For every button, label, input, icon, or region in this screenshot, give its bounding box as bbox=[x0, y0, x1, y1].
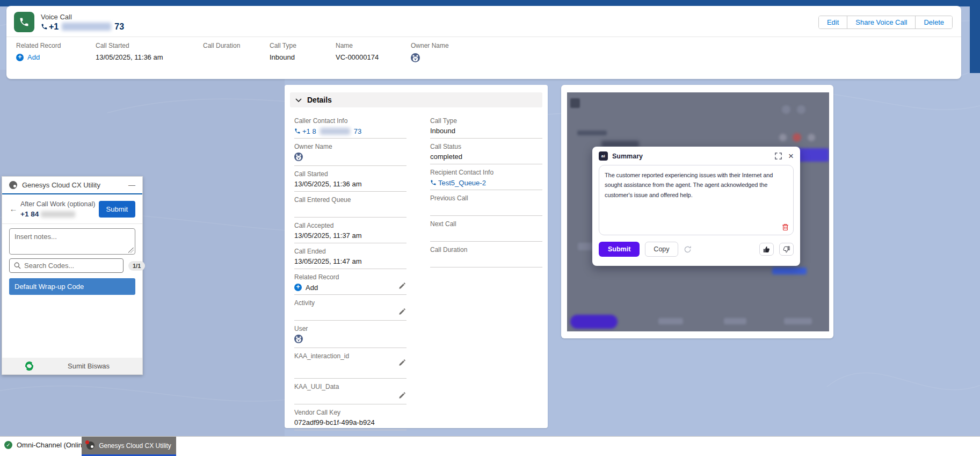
agent-name: Sumit Biswas bbox=[35, 362, 142, 370]
minimize-icon[interactable]: — bbox=[128, 181, 135, 189]
utility-taskbar: ✓ Omni-Channel (Online) Genesys Cloud CX… bbox=[0, 436, 980, 456]
plus-icon: + bbox=[294, 284, 302, 291]
genesys-logo-icon bbox=[9, 181, 17, 189]
dimmed-ghost-button bbox=[570, 315, 618, 329]
field-call-type: Call Type Inbound bbox=[430, 113, 542, 139]
chevron-down-icon bbox=[295, 98, 302, 102]
summary-text: The customer reported experiencing issue… bbox=[605, 172, 773, 198]
edit-pencil-icon[interactable] bbox=[398, 308, 405, 315]
header-field-call-duration: Call Duration bbox=[203, 42, 270, 64]
summary-dialog: ai Summary × The customer reported exper… bbox=[592, 147, 800, 266]
caller-phone-link[interactable]: +1 8 73 bbox=[294, 127, 406, 135]
field-vendor-call-key: Vendor Call Key 072adf99-bc1f-499a-b924 bbox=[294, 404, 406, 430]
redacted-phone-blur bbox=[62, 23, 111, 31]
genesys-utility-tab[interactable]: Genesys Cloud CX Utility bbox=[82, 437, 176, 454]
edit-pencil-icon[interactable] bbox=[398, 392, 405, 399]
phone-number-prefix: +1 bbox=[49, 22, 59, 32]
thumbs-up-button[interactable] bbox=[759, 243, 774, 256]
omni-channel-status[interactable]: ✓ Omni-Channel (Online) bbox=[4, 441, 89, 449]
recipient-queue-link[interactable]: Test5_Queue-2 bbox=[430, 178, 542, 187]
close-icon[interactable]: × bbox=[788, 151, 794, 161]
dimmed-ghost-text bbox=[784, 318, 812, 324]
redacted-phone-blur bbox=[320, 128, 350, 135]
genesys-tab-icon-with-notification bbox=[86, 441, 95, 450]
ai-icon: ai bbox=[599, 151, 608, 161]
utility-panel-footer: Sumit Biswas bbox=[2, 358, 142, 374]
notes-field-wrapper bbox=[9, 228, 135, 255]
summary-submit-button[interactable]: Submit bbox=[599, 242, 640, 257]
summary-dialog-title: Summary bbox=[612, 153, 643, 160]
field-kaa-uui-data: KAA_UUI_Data bbox=[294, 379, 406, 404]
field-kaa-interaction-id: KAA_interaction_id bbox=[294, 348, 406, 379]
header-field-related-record: Related Record + Add bbox=[16, 42, 96, 64]
details-title: Details bbox=[307, 96, 332, 104]
dimmed-ghost-link bbox=[772, 267, 807, 274]
notes-textarea[interactable] bbox=[10, 229, 135, 254]
online-check-icon: ✓ bbox=[4, 441, 12, 449]
delete-button[interactable]: Delete bbox=[915, 16, 952, 28]
details-card: Details Caller Contact Info +1 8 73 Owne… bbox=[285, 85, 548, 428]
header-field-call-started: Call Started 13/05/2025, 11:36 am bbox=[96, 42, 203, 64]
owner-avatar[interactable] bbox=[411, 53, 420, 62]
dimmed-ghost-text bbox=[658, 318, 683, 324]
field-call-entered-queue: Call Entered Queue bbox=[294, 192, 406, 218]
utility-panel-header: Genesys Cloud CX Utility — bbox=[2, 177, 142, 194]
field-next-call: Next Call bbox=[430, 216, 542, 242]
utility-panel-title: Genesys Cloud CX Utility bbox=[22, 181, 100, 189]
results-count-badge: 1/1 bbox=[128, 261, 145, 271]
dimmed-ghost-icon bbox=[570, 98, 580, 108]
record-action-button-group: Edit Share Voice Call Delete bbox=[818, 16, 953, 29]
redacted-phone-blur bbox=[41, 211, 75, 218]
header-field-name: Name VC-00000174 bbox=[336, 42, 411, 64]
phone-icon bbox=[294, 128, 301, 134]
field-call-duration: Call Duration bbox=[430, 242, 542, 267]
related-record-add-link[interactable]: + Add bbox=[16, 53, 96, 61]
dimmed-ghost-icon bbox=[808, 134, 815, 141]
user-avatar[interactable] bbox=[294, 335, 303, 343]
field-recipient-contact-info: Recipient Contact Info Test5_Queue-2 bbox=[430, 164, 542, 190]
dimmed-ghost-icon bbox=[782, 105, 790, 114]
app-stage: Voice Call +1 73 Edit Share Voice Call D… bbox=[0, 0, 980, 456]
acw-submit-button[interactable]: Submit bbox=[99, 201, 135, 218]
details-section-header[interactable]: Details bbox=[290, 92, 542, 107]
genesys-green-logo-icon bbox=[24, 360, 35, 372]
regenerate-icon[interactable] bbox=[684, 245, 692, 254]
record-title: +1 73 bbox=[41, 22, 124, 32]
edit-pencil-icon[interactable] bbox=[398, 359, 405, 366]
expand-icon[interactable] bbox=[775, 153, 782, 160]
field-owner-name: Owner Name bbox=[294, 139, 406, 166]
phone-icon bbox=[430, 179, 437, 186]
dimmed-ghost-icon bbox=[793, 133, 801, 142]
details-left-column: Caller Contact Info +1 8 73 Owner Name bbox=[294, 113, 406, 448]
wrapup-code-item-selected[interactable]: Default Wrap-up Code bbox=[9, 278, 135, 295]
plus-icon: + bbox=[16, 54, 24, 61]
field-call-ended: Call Ended 13/05/2025, 11:47 am bbox=[294, 243, 406, 269]
field-user: User bbox=[294, 321, 406, 348]
field-caller-contact-info: Caller Contact Info +1 8 73 bbox=[294, 113, 406, 139]
owner-avatar[interactable] bbox=[294, 153, 303, 161]
related-record-add-link[interactable]: + Add bbox=[294, 283, 406, 292]
share-voice-call-button[interactable]: Share Voice Call bbox=[847, 16, 915, 28]
phone-icon bbox=[41, 23, 48, 30]
field-call-accepted: Call Accepted 13/05/2025, 11:37 am bbox=[294, 218, 406, 243]
field-related-record: Related Record + Add bbox=[294, 269, 406, 295]
summary-text-box[interactable]: The customer reported experiencing issue… bbox=[599, 165, 794, 235]
dimmed-ghost-icon bbox=[779, 134, 787, 141]
search-codes-input[interactable] bbox=[24, 262, 119, 270]
search-codes-box bbox=[9, 258, 124, 273]
edit-button[interactable]: Edit bbox=[819, 16, 847, 28]
field-previous-call: Previous Call bbox=[430, 190, 542, 216]
edit-pencil-icon[interactable] bbox=[398, 283, 405, 289]
delete-summary-icon[interactable] bbox=[782, 223, 789, 231]
field-call-started: Call Started 13/05/2025, 11:36 am bbox=[294, 166, 406, 192]
search-icon bbox=[14, 262, 21, 269]
back-arrow-icon[interactable]: ← bbox=[6, 204, 20, 213]
summary-copy-button[interactable]: Copy bbox=[645, 242, 678, 257]
header-field-call-type: Call Type Inbound bbox=[270, 42, 336, 64]
header-field-owner-name: Owner Name bbox=[411, 42, 953, 64]
voice-call-header-card: Voice Call +1 73 Edit Share Voice Call D… bbox=[6, 6, 961, 79]
genesys-utility-panel: Genesys Cloud CX Utility — ← After Call … bbox=[2, 176, 143, 375]
thumbs-down-button[interactable] bbox=[779, 243, 794, 256]
top-right-band bbox=[970, 0, 980, 73]
divider bbox=[2, 223, 142, 224]
